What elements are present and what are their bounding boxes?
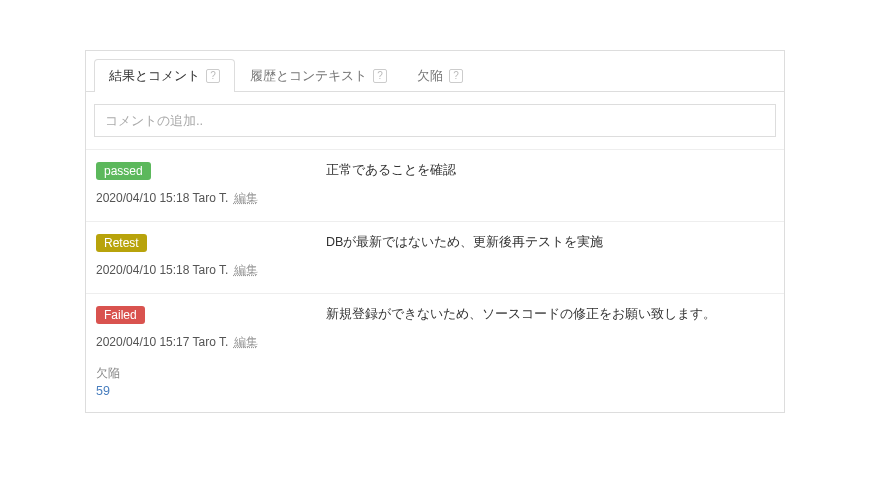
entry-meta: Retest 2020/04/10 15:18 Taro T. 編集 [96, 234, 326, 279]
defect-label: 欠陥 [96, 365, 326, 382]
edit-link[interactable]: 編集 [234, 263, 258, 277]
edit-link[interactable]: 編集 [234, 191, 258, 205]
status-badge: passed [96, 162, 151, 180]
entry-comment: DBが最新ではないため、更新後再テストを実施 [326, 234, 774, 279]
tab-results-comments[interactable]: 結果とコメント ? [94, 59, 235, 92]
comment-input[interactable] [94, 104, 776, 137]
tab-defects[interactable]: 欠陥 ? [402, 59, 478, 92]
edit-link[interactable]: 編集 [234, 335, 258, 349]
entry-timestamp: 2020/04/10 15:18 [96, 263, 189, 277]
comment-input-wrap [86, 92, 784, 149]
help-icon[interactable]: ? [206, 69, 220, 83]
defect-link[interactable]: 59 [96, 384, 110, 398]
help-icon[interactable]: ? [373, 69, 387, 83]
tab-label: 履歴とコンテキスト [250, 67, 367, 85]
result-entry: passed 2020/04/10 15:18 Taro T. 編集 正常である… [86, 149, 784, 221]
entry-timestamp: 2020/04/10 15:18 [96, 191, 189, 205]
status-badge: Failed [96, 306, 145, 324]
entry-author: Taro T. [193, 335, 229, 349]
tab-label: 結果とコメント [109, 67, 200, 85]
results-panel: 結果とコメント ? 履歴とコンテキスト ? 欠陥 ? passed 2020/0… [85, 50, 785, 413]
entry-meta: Failed 2020/04/10 15:17 Taro T. 編集 欠陥 59 [96, 306, 326, 398]
entry-comment: 正常であることを確認 [326, 162, 774, 207]
entry-timestamp: 2020/04/10 15:17 [96, 335, 189, 349]
result-entry: Retest 2020/04/10 15:18 Taro T. 編集 DBが最新… [86, 221, 784, 293]
help-icon[interactable]: ? [449, 69, 463, 83]
entry-author: Taro T. [193, 191, 229, 205]
tab-history-context[interactable]: 履歴とコンテキスト ? [235, 59, 402, 92]
entries-list: passed 2020/04/10 15:18 Taro T. 編集 正常である… [86, 149, 784, 412]
entry-comment: 新規登録ができないため、ソースコードの修正をお願い致します。 [326, 306, 774, 398]
status-badge: Retest [96, 234, 147, 252]
tab-label: 欠陥 [417, 67, 443, 85]
entry-meta: passed 2020/04/10 15:18 Taro T. 編集 [96, 162, 326, 207]
result-entry: Failed 2020/04/10 15:17 Taro T. 編集 欠陥 59… [86, 293, 784, 412]
entry-author: Taro T. [193, 263, 229, 277]
tab-bar: 結果とコメント ? 履歴とコンテキスト ? 欠陥 ? [86, 51, 784, 92]
